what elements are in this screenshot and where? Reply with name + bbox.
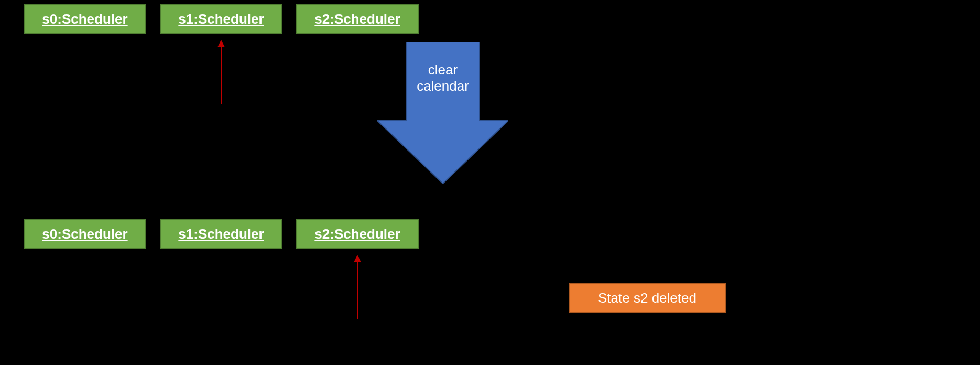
object-label: s0:Scheduler (42, 11, 127, 27)
object-s0-top: s0:Scheduler (24, 4, 146, 34)
pointer-s1-top (221, 41, 222, 104)
pointer-s2-bottom (357, 256, 358, 319)
object-label: s1:Scheduler (178, 226, 264, 242)
status-text: State s2 deleted (598, 290, 696, 306)
object-label: s2:Scheduler (314, 11, 400, 27)
transition-label: clear calendar (377, 62, 508, 94)
diagram-stage: s0:Scheduler s1:Scheduler s2:Scheduler c… (0, 0, 980, 365)
status-badge: State s2 deleted (569, 283, 726, 313)
arrowhead-icon (217, 40, 225, 47)
object-label: s1:Scheduler (178, 11, 264, 27)
object-s2-top: s2:Scheduler (296, 4, 419, 34)
object-s2-bottom: s2:Scheduler (296, 219, 419, 249)
transition-arrow: clear calendar (377, 42, 508, 184)
object-s1-bottom: s1:Scheduler (160, 219, 282, 249)
object-label: s2:Scheduler (314, 226, 400, 242)
object-s1-top: s1:Scheduler (160, 4, 282, 34)
object-label: s0:Scheduler (42, 226, 127, 242)
arrowhead-icon (354, 255, 361, 262)
object-s0-bottom: s0:Scheduler (24, 219, 146, 249)
